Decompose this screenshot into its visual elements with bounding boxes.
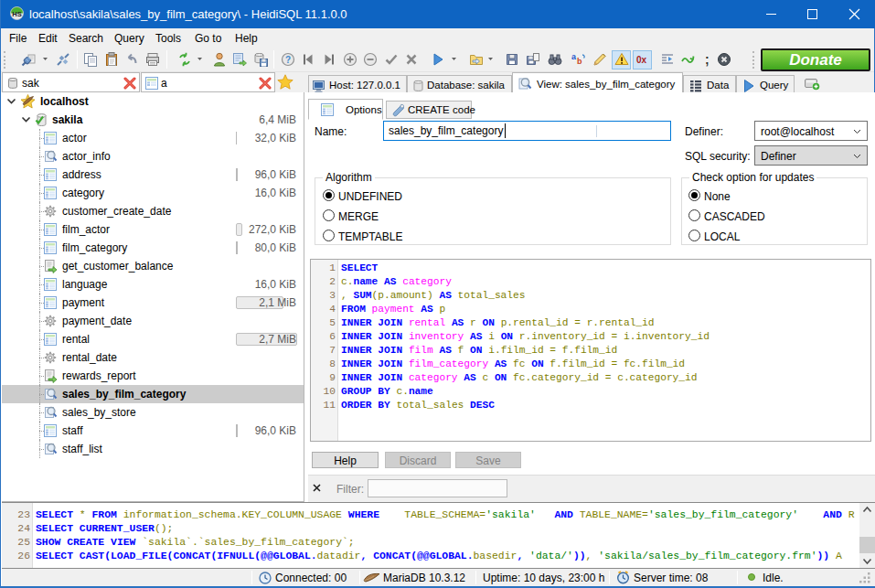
svg-text:b: b [577,57,582,66]
svg-text:?: ? [285,55,291,65]
svg-text:;: ; [705,52,710,67]
svg-text:0x: 0x [636,55,647,65]
svg-text:HS: HS [12,10,21,18]
